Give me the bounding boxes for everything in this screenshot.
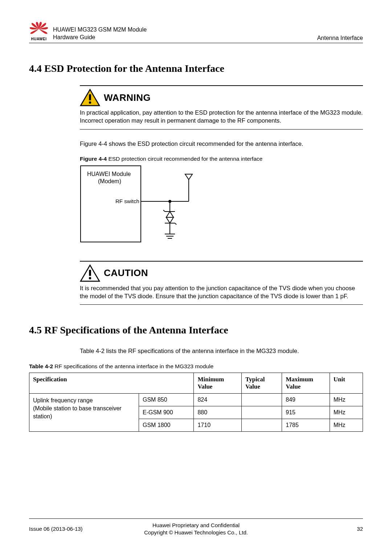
cell-band: GSM 1800	[139, 419, 193, 432]
cell-max: 849	[282, 394, 330, 406]
page-header: HUAWEI HUAWEI MG323 GSM M2M Module Hardw…	[29, 22, 363, 43]
divider	[80, 85, 363, 86]
footer-page-number: 32	[279, 526, 363, 532]
svg-marker-10	[166, 212, 173, 217]
section-4-5-heading: 4.5 RF Specifications of the Antenna Int…	[29, 324, 363, 336]
col-min: Minimum Value	[194, 373, 241, 394]
divider	[80, 304, 363, 305]
table-label: Table 4-2	[29, 363, 53, 369]
header-doc-title: HUAWEI MG323 GSM M2M Module Hardware Gui…	[53, 26, 317, 41]
section-4-4-heading: 4.4 ESD Protection for the Antenna Inter…	[29, 63, 363, 74]
cell-max: 915	[282, 406, 330, 419]
svg-marker-11	[166, 217, 173, 223]
header-section-label: Antenna Interface	[317, 35, 363, 41]
col-spec: Specification	[29, 373, 194, 394]
footer-center-line1: Huawei Proprietary and Confidential	[152, 522, 240, 528]
divider	[80, 261, 363, 262]
cell-unit: MHz	[330, 394, 363, 406]
header-title-line1: HUAWEI MG323 GSM M2M Module	[53, 26, 317, 34]
huawei-petal-icon	[29, 22, 49, 36]
spec-line2: (Mobile station to base transceiver stat…	[33, 405, 122, 419]
cell-min: 880	[194, 406, 241, 419]
diagram-module-label-2: (Modem)	[98, 178, 121, 184]
cell-unit: MHz	[330, 406, 363, 419]
cell-band: E-GSM 900	[139, 406, 193, 419]
spec-uplink-range: Uplink frequency range (Mobile station t…	[29, 394, 139, 432]
spec-line1: Uplink frequency range	[33, 397, 93, 403]
cell-max: 1785	[282, 419, 330, 432]
cell-min: 1710	[194, 419, 241, 432]
caution-label: CAUTION	[104, 267, 148, 279]
diagram-port-label: RF switch	[115, 198, 139, 204]
cell-unit: MHz	[330, 419, 363, 432]
svg-rect-1	[89, 94, 91, 100]
header-title-line2: Hardware Guide	[53, 34, 317, 41]
table-caption-text: RF specifications of the antenna interfa…	[53, 363, 213, 369]
table-header-row: Specification Minimum Value Typical Valu…	[29, 373, 363, 394]
table-row: Uplink frequency range (Mobile station t…	[29, 394, 363, 406]
cell-typ	[241, 394, 282, 406]
warning-block: WARNING	[80, 89, 363, 106]
warning-label: WARNING	[104, 92, 151, 103]
caution-block: CAUTION	[80, 264, 363, 282]
svg-marker-8	[185, 174, 192, 180]
cell-min: 824	[194, 394, 241, 406]
rf-spec-table: Specification Minimum Value Typical Valu…	[29, 373, 363, 432]
svg-point-22	[89, 277, 91, 279]
footer-issue: Issue 06 (2013-06-13)	[29, 526, 113, 532]
svg-point-2	[89, 102, 91, 104]
col-unit: Unit	[330, 373, 363, 394]
warning-text: In practical application, pay attention …	[80, 108, 363, 125]
col-max: Maximum Value	[282, 373, 330, 394]
svg-line-15	[175, 223, 176, 225]
logo-brand-text: HUAWEI	[31, 37, 47, 41]
caution-icon	[80, 264, 100, 282]
diagram-module-label: HUAWEI Module	[87, 171, 131, 177]
section-4-5-intro: Table 4-2 lists the RF specifications of…	[80, 347, 363, 355]
huawei-logo: HUAWEI	[29, 22, 49, 41]
cell-band: GSM 850	[139, 394, 193, 406]
footer-center: Huawei Proprietary and Confidential Copy…	[113, 522, 279, 536]
page-footer: Issue 06 (2013-06-13) Huawei Proprietary…	[29, 518, 363, 536]
esd-circuit-diagram: HUAWEI Module (Modem) RF switch	[80, 165, 363, 250]
cell-typ	[241, 406, 282, 419]
cell-typ	[241, 419, 282, 432]
figure-label: Figure 4-4	[80, 156, 107, 162]
divider	[80, 129, 363, 130]
footer-center-line2: Copyright © Huawei Technologies Co., Ltd…	[144, 529, 248, 535]
svg-rect-21	[89, 270, 91, 276]
section-4-4-intro: Figure 4-4 shows the ESD protection circ…	[80, 140, 363, 148]
figure-caption-text: ESD protection circuit recommended for t…	[107, 156, 262, 162]
warning-icon	[80, 89, 100, 106]
figure-4-4-caption: Figure 4-4 ESD protection circuit recomm…	[80, 156, 363, 162]
table-4-2-caption: Table 4-2 RF specifications of the anten…	[29, 363, 363, 370]
caution-text: It is recommended that you pay attention…	[80, 284, 363, 300]
col-typ: Typical Value	[241, 373, 282, 394]
svg-line-14	[163, 210, 165, 212]
